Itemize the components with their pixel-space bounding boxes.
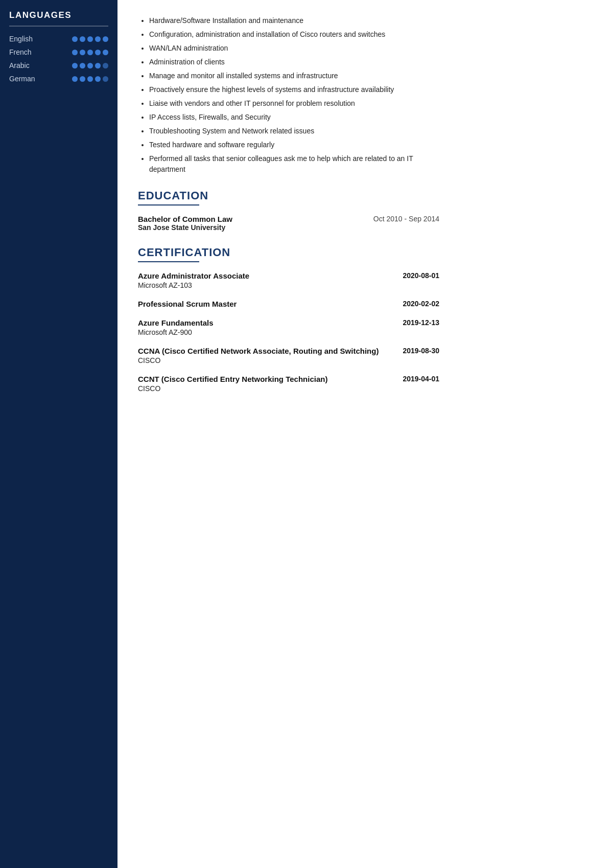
language-dots [72,76,108,82]
education-container: Bachelor of Common LawOct 2010 - Sep 201… [138,215,439,232]
edu-institution: San Jose State University [138,223,439,232]
cert-entry: Azure Fundamentals2019-12-13Microsoft AZ… [138,318,439,336]
language-dots [72,63,108,68]
bullet-item: Troubleshooting System and Network relat… [149,126,439,136]
cert-title: Azure Fundamentals [138,318,392,327]
bullet-item: WAN/LAN administration [149,43,439,54]
dot [80,36,85,42]
bullet-item: Configuration, administration and instal… [149,29,439,40]
language-name: German [9,75,45,83]
sidebar-divider [9,26,108,27]
bullet-item: Performed all tasks that senior colleagu… [149,153,439,175]
dot [95,50,101,55]
cert-entry: CCNT (Cisco Certified Entry Networking T… [138,375,439,393]
language-dots [72,36,108,42]
certification-title: CERTIFICATION [138,246,439,259]
cert-date: 2019-04-01 [403,375,439,383]
certification-section: CERTIFICATION Azure Administrator Associ… [138,246,439,393]
languages-title: LANGUAGES [9,10,108,20]
language-item: French [9,48,108,56]
education-entry: Bachelor of Common LawOct 2010 - Sep 201… [138,215,439,232]
edu-degree: Bachelor of Common Law [138,215,232,223]
education-divider [138,204,199,205]
language-dots [72,50,108,55]
bullet-item: Liaise with vendors and other IT personn… [149,98,439,109]
language-name: Arabic [9,61,45,70]
dot [72,63,78,68]
dot [72,76,78,82]
language-name: English [9,35,45,43]
language-name: French [9,48,45,56]
dot [87,50,93,55]
dot [95,36,101,42]
cert-title: Azure Administrator Associate [138,271,392,280]
dot [103,36,108,42]
dot [72,50,78,55]
education-section: EDUCATION Bachelor of Common LawOct 2010… [138,189,439,232]
dot [103,50,108,55]
dot [72,36,78,42]
cert-row: Azure Fundamentals2019-12-13 [138,318,439,327]
cert-date: 2020-08-01 [403,271,439,280]
bullet-item: Manage and monitor all installed systems… [149,71,439,81]
cert-subtitle: CISCO [138,356,439,364]
cert-row: CCNA (Cisco Certified Network Associate,… [138,347,439,355]
dot [87,63,93,68]
bullet-list: Hardware/Software Installation and maint… [138,15,439,175]
certifications-container: Azure Administrator Associate2020-08-01M… [138,271,439,393]
cert-entry: Azure Administrator Associate2020-08-01M… [138,271,439,289]
dot [95,63,101,68]
cert-title: CCNA (Cisco Certified Network Associate,… [138,347,392,355]
language-item: Arabic [9,61,108,70]
cert-date: 2020-02-02 [403,300,439,308]
bullet-item: Proactively ensure the highest levels of… [149,84,439,95]
certification-divider [138,261,199,262]
language-item: English [9,35,108,43]
cert-row: Azure Administrator Associate2020-08-01 [138,271,439,280]
bullet-item: Hardware/Software Installation and maint… [149,15,439,26]
bullet-item: IP Access lists, Firewalls, and Security [149,112,439,123]
education-title: EDUCATION [138,189,439,202]
dot [87,36,93,42]
cert-row: CCNT (Cisco Certified Entry Networking T… [138,375,439,383]
cert-row: Professional Scrum Master2020-02-02 [138,300,439,308]
cert-subtitle: Microsoft AZ-900 [138,328,439,336]
dot [103,63,108,68]
languages-container: EnglishFrenchArabicGerman [9,35,108,83]
cert-subtitle: CISCO [138,384,439,393]
dot [80,50,85,55]
language-item: German [9,75,108,83]
cert-title: Professional Scrum Master [138,300,392,308]
dot [80,76,85,82]
edu-date: Oct 2010 - Sep 2014 [373,215,439,223]
cert-date: 2019-12-13 [403,318,439,327]
dot [80,63,85,68]
sidebar: LANGUAGES EnglishFrenchArabicGerman [0,0,117,868]
cert-entry: Professional Scrum Master2020-02-02 [138,300,439,308]
main-content: Hardware/Software Installation and maint… [117,0,460,868]
cert-title: CCNT (Cisco Certified Entry Networking T… [138,375,392,383]
bullet-item: Tested hardware and software regularly [149,140,439,150]
education-row: Bachelor of Common LawOct 2010 - Sep 201… [138,215,439,223]
cert-date: 2019-08-30 [403,347,439,355]
dot [95,76,101,82]
dot [103,76,108,82]
dot [87,76,93,82]
cert-entry: CCNA (Cisco Certified Network Associate,… [138,347,439,364]
bullet-item: Administration of clients [149,57,439,67]
cert-subtitle: Microsoft AZ-103 [138,281,439,289]
